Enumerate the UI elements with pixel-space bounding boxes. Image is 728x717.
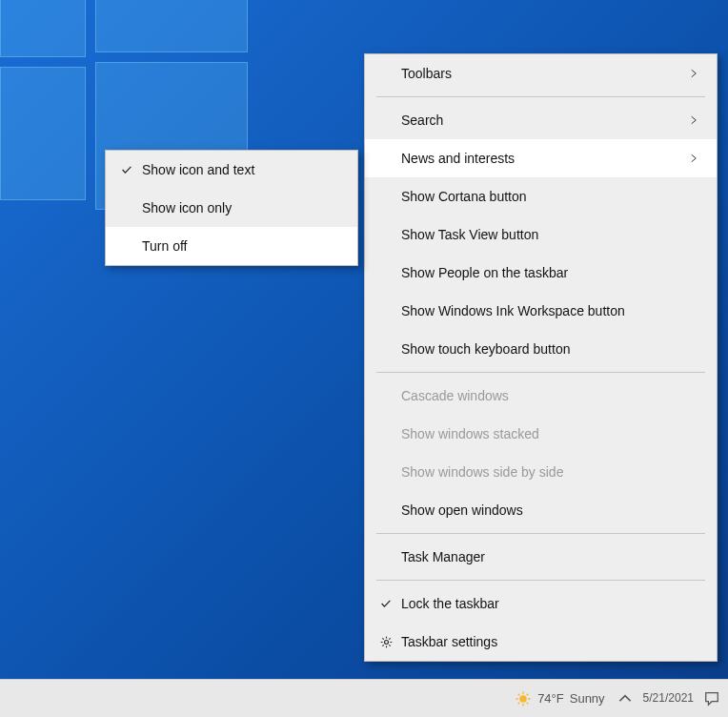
menu-item-label: Taskbar settings <box>397 634 701 649</box>
menu-item-label: News and interests <box>397 151 686 166</box>
menu-item-label: Cascade windows <box>397 388 701 403</box>
svg-line-8 <box>518 702 520 704</box>
wallpaper-pane <box>0 0 86 57</box>
submenu-item-turn-off[interactable]: Turn off <box>106 227 357 265</box>
tray-chevron-up-icon[interactable] <box>617 690 634 707</box>
menu-item-label: Show Windows Ink Workspace button <box>397 303 701 318</box>
taskbar-date[interactable]: 5/21/2021 <box>643 692 694 705</box>
menu-item-label: Show People on the taskbar <box>397 265 701 280</box>
svg-line-6 <box>518 693 520 695</box>
menu-item-show-cortana-button[interactable]: Show Cortana button <box>365 177 717 215</box>
menu-item-show-windows-side-by-side: Show windows side by side <box>365 453 717 491</box>
menu-item-show-task-view-button[interactable]: Show Task View button <box>365 215 717 254</box>
svg-line-9 <box>527 693 529 695</box>
svg-point-0 <box>384 640 388 644</box>
taskbar-context-menu: Toolbars Search News and interests Show … <box>364 53 718 662</box>
chevron-right-icon <box>686 114 701 126</box>
menu-item-lock-taskbar[interactable]: Lock the taskbar <box>365 584 717 623</box>
menu-item-label: Show Cortana button <box>397 189 701 204</box>
gear-icon <box>374 635 397 649</box>
chevron-right-icon <box>686 153 701 164</box>
date-label: 5/21/2021 <box>643 692 694 705</box>
action-center-icon[interactable] <box>703 690 720 707</box>
news-interests-submenu: Show icon and text Show icon only Turn o… <box>105 150 358 266</box>
svg-point-1 <box>519 695 527 703</box>
menu-item-label: Lock the taskbar <box>397 596 701 611</box>
weather-widget[interactable]: 74°F Sunny <box>515 690 604 707</box>
menu-item-show-windows-stacked: Show windows stacked <box>365 415 717 453</box>
menu-item-news-and-interests[interactable]: News and interests <box>365 139 717 177</box>
menu-item-task-manager[interactable]: Task Manager <box>365 538 717 576</box>
menu-item-label: Show icon and text <box>138 162 342 177</box>
wallpaper-pane <box>95 0 248 52</box>
checkmark-icon <box>374 597 397 610</box>
taskbar[interactable]: 74°F Sunny 5/21/2021 <box>0 679 728 717</box>
weather-condition: Sunny <box>570 691 605 706</box>
checkmark-icon <box>115 163 138 176</box>
weather-temp: 74°F <box>537 691 564 706</box>
menu-item-show-people[interactable]: Show People on the taskbar <box>365 254 717 292</box>
menu-separator <box>376 580 705 581</box>
submenu-item-show-icon-only[interactable]: Show icon only <box>106 189 357 227</box>
menu-item-label: Show open windows <box>397 502 701 518</box>
menu-item-toolbars[interactable]: Toolbars <box>365 54 717 92</box>
menu-separator <box>376 372 705 373</box>
menu-separator <box>376 533 705 534</box>
menu-item-search[interactable]: Search <box>365 101 717 139</box>
menu-separator <box>376 96 705 97</box>
menu-item-label: Show touch keyboard button <box>397 341 701 357</box>
submenu-item-show-icon-and-text[interactable]: Show icon and text <box>106 151 357 189</box>
menu-item-label: Toolbars <box>397 66 686 81</box>
menu-item-label: Turn off <box>138 238 342 254</box>
menu-item-show-touch-keyboard[interactable]: Show touch keyboard button <box>365 330 717 368</box>
menu-item-label: Show windows side by side <box>397 464 701 480</box>
menu-item-label: Task Manager <box>397 549 701 564</box>
menu-item-cascade-windows: Cascade windows <box>365 377 717 415</box>
menu-item-taskbar-settings[interactable]: Taskbar settings <box>365 623 717 661</box>
sun-icon <box>515 690 532 707</box>
svg-line-7 <box>527 702 529 704</box>
menu-item-label: Show windows stacked <box>397 426 701 441</box>
menu-item-show-ink-workspace[interactable]: Show Windows Ink Workspace button <box>365 292 717 330</box>
menu-item-label: Show Task View button <box>397 227 701 242</box>
wallpaper-pane <box>0 67 86 200</box>
menu-item-label: Show icon only <box>138 200 342 215</box>
menu-item-show-open-windows[interactable]: Show open windows <box>365 491 717 529</box>
menu-item-label: Search <box>397 113 686 128</box>
system-tray[interactable]: 5/21/2021 <box>617 690 720 707</box>
chevron-right-icon <box>686 68 701 79</box>
